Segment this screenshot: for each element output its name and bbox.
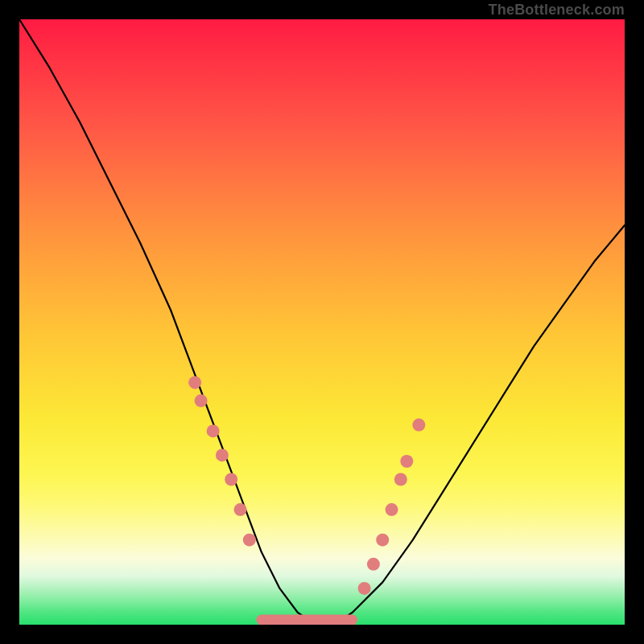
data-marker	[216, 448, 229, 461]
markers-left	[188, 376, 256, 547]
data-marker	[412, 419, 425, 431]
data-marker	[376, 534, 389, 547]
chart-frame: TheBottleneck.com	[0, 0, 644, 644]
chart-svg	[19, 19, 625, 625]
data-marker	[188, 376, 201, 389]
data-marker	[358, 582, 371, 595]
data-marker	[367, 558, 380, 571]
data-marker	[195, 394, 208, 407]
data-marker	[400, 455, 413, 468]
bottleneck-curve	[19, 19, 625, 625]
data-marker	[234, 503, 247, 516]
data-marker	[207, 424, 220, 437]
watermark-text: TheBottleneck.com	[489, 0, 625, 19]
plot-area	[19, 19, 625, 625]
data-marker	[225, 473, 237, 486]
data-marker	[386, 503, 398, 516]
data-marker	[243, 534, 256, 547]
data-marker	[394, 473, 407, 486]
